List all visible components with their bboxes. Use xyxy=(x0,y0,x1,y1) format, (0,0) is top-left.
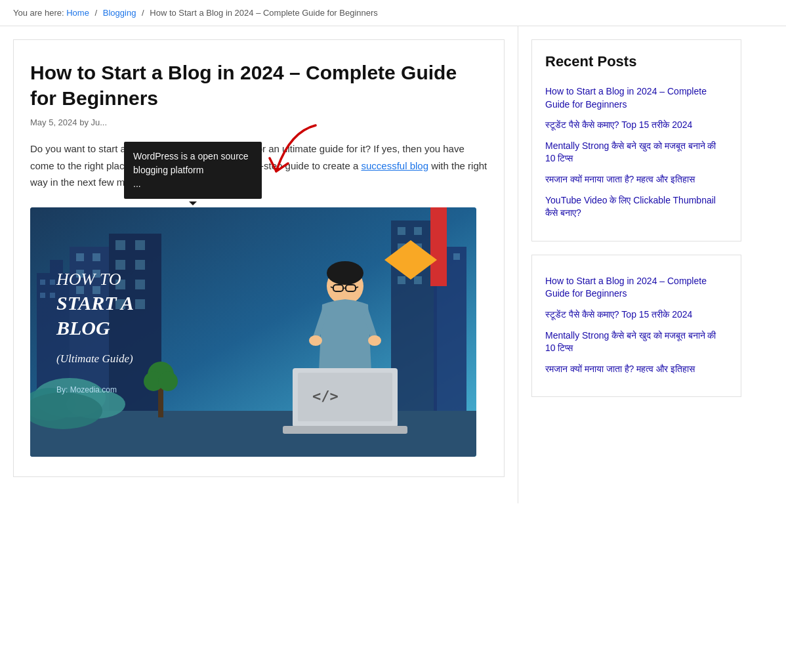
intro-text-1: Do you want to start a xyxy=(30,143,129,154)
second-post-link-2[interactable]: स्टूडेंट पैसे कैसे कमाए? Top 15 तरीके 20… xyxy=(545,309,692,320)
second-posts-widget: How to Start a Blog in 2024 – Complete G… xyxy=(531,255,741,398)
image-byline: By: Mozedia.com xyxy=(56,385,227,394)
tooltip-box: WordPress is a open source blogging plat… xyxy=(124,142,262,199)
second-post-link-4[interactable]: रमजान क्यों मनाया जाता है? महत्व और इतिह… xyxy=(545,364,695,374)
breadcrumb-prefix: You are here: xyxy=(13,8,64,18)
recent-post-link-1[interactable]: How to Start a Blog in 2024 – Complete G… xyxy=(545,86,707,110)
recent-post-link-4[interactable]: रमजान क्यों मनाया जाता है? महत्व और इतिह… xyxy=(545,174,695,184)
svg-rect-30 xyxy=(398,276,405,284)
list-item: रमजान क्यों मनाया जाता है? महत्व और इतिह… xyxy=(545,363,728,376)
second-post-link-3[interactable]: Mentally Strong कैसे बने खुद को मजबूत बन… xyxy=(545,330,716,354)
breadcrumb: You are here: Home / Blogging / How to S… xyxy=(0,0,786,26)
list-item: How to Start a Blog in 2024 – Complete G… xyxy=(545,85,728,111)
breadcrumb-home[interactable]: Home xyxy=(66,8,89,18)
page-wrapper: You are here: Home / Blogging / How to S… xyxy=(0,0,786,672)
recent-post-link-5[interactable]: YouTube Video के लिए Clickable Thumbnail… xyxy=(545,195,716,219)
breadcrumb-blogging[interactable]: Blogging xyxy=(103,8,136,18)
svg-rect-35 xyxy=(430,207,447,286)
svg-rect-25 xyxy=(414,227,422,235)
list-item: स्टूडेंट पैसे कैसे कमाए? Top 15 तरीके 20… xyxy=(545,119,728,132)
svg-rect-24 xyxy=(398,227,405,235)
recent-post-link-2[interactable]: स्टूडेंट पैसे कैसे कमाए? Top 15 तरीके 20… xyxy=(545,119,692,130)
successful-blog-link[interactable]: successful blog xyxy=(361,160,428,171)
content-area: How to Start a Blog in 2024 – Complete G… xyxy=(0,26,518,503)
svg-text:</>: </> xyxy=(312,388,339,404)
tooltip-container: WordPress is a open source blogging plat… xyxy=(124,142,262,199)
featured-image: </> HOW TO START A BLOG (Ultimate Guide)… xyxy=(30,207,476,457)
breadcrumb-current: How to Start a Blog in 2024 – Complete G… xyxy=(150,8,378,18)
second-post-link-1[interactable]: How to Start a Blog in 2024 – Complete G… xyxy=(545,276,707,299)
second-posts-list: How to Start a Blog in 2024 – Complete G… xyxy=(545,275,728,376)
breadcrumb-sep2: / xyxy=(142,8,144,18)
svg-point-47 xyxy=(327,261,363,285)
sidebar: Recent Posts How to Start a Blog in 2024… xyxy=(518,26,755,503)
svg-point-54 xyxy=(368,335,381,346)
svg-rect-34 xyxy=(453,253,460,260)
main-layout: How to Start a Blog in 2024 – Complete G… xyxy=(0,26,786,503)
svg-point-53 xyxy=(309,335,322,346)
list-item: Mentally Strong कैसे बने खुद को मजबूत बन… xyxy=(545,140,728,165)
list-item: Mentally Strong कैसे बने खुद को मजबूत बन… xyxy=(545,329,728,355)
image-blog: BLOG xyxy=(56,317,227,339)
recent-post-link-3[interactable]: Mentally Strong कैसे बने खुद को मजबूत बन… xyxy=(545,140,716,164)
recent-posts-list: How to Start a Blog in 2024 – Complete G… xyxy=(545,85,728,220)
article-title: How to Start a Blog in 2024 – Complete G… xyxy=(30,60,487,111)
list-item: रमजान क्यों मनाया जाता है? महत्व और इतिह… xyxy=(545,173,728,186)
tooltip-text: WordPress is a open source blogging plat… xyxy=(133,151,249,175)
list-item: स्टूडेंट पैसे कैसे कमाए? Top 15 तरीके 20… xyxy=(545,308,728,322)
list-item: How to Start a Blog in 2024 – Complete G… xyxy=(545,275,728,301)
image-text-side: HOW TO START A BLOG (Ultimate Guide) By:… xyxy=(30,207,240,457)
article-wrapper: How to Start a Blog in 2024 – Complete G… xyxy=(13,39,505,477)
arrow-svg xyxy=(250,119,329,184)
svg-rect-58 xyxy=(283,426,407,434)
arrow-annotation xyxy=(250,119,329,186)
image-start: START A xyxy=(56,292,227,314)
image-subtitle: (Ultimate Guide) xyxy=(56,352,227,366)
recent-posts-widget: Recent Posts How to Start a Blog in 2024… xyxy=(531,39,741,242)
recent-posts-title: Recent Posts xyxy=(545,53,728,75)
svg-rect-31 xyxy=(414,276,422,284)
tooltip-ellipsis: ... xyxy=(133,178,141,189)
list-item: YouTube Video के लिए Clickable Thumbnail… xyxy=(545,194,728,220)
image-how: HOW TO xyxy=(56,270,227,289)
breadcrumb-sep1: / xyxy=(95,8,98,18)
